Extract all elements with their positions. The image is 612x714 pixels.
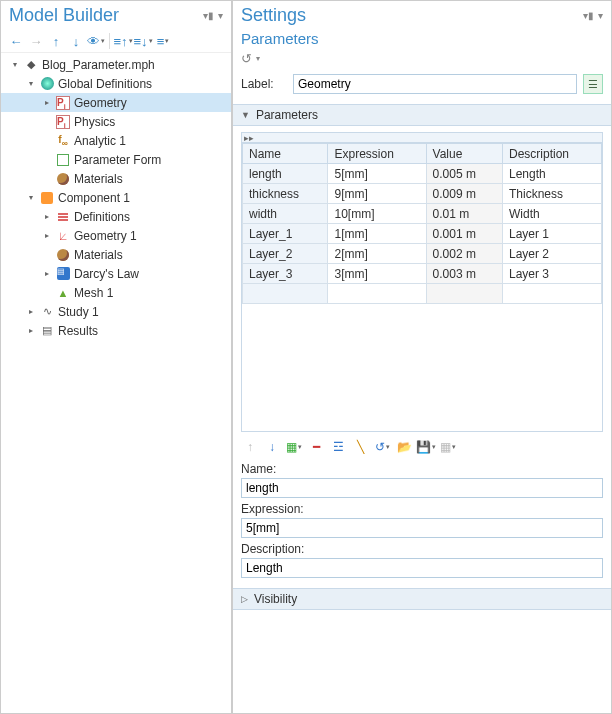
tree-item[interactable]: PiPhysics [1, 112, 231, 131]
cell-expression[interactable]: 3[mm] [328, 264, 426, 284]
cell-description[interactable]: Layer 2 [502, 244, 601, 264]
column-header[interactable]: Value [426, 144, 502, 164]
cell-name[interactable]: width [243, 204, 328, 224]
tree-item[interactable]: ▾Component 1 [1, 188, 231, 207]
expression-input[interactable] [241, 518, 603, 538]
cell-name[interactable]: length [243, 164, 328, 184]
expander-icon[interactable]: ▸ [42, 231, 52, 240]
cell-description[interactable]: Layer 3 [502, 264, 601, 284]
table-row[interactable]: Layer_33[mm]0.003 mLayer 3 [243, 264, 602, 284]
move-down-button[interactable]: ↓ [263, 438, 281, 456]
tree-item-label: Component 1 [58, 191, 130, 205]
delete-button[interactable]: ━ [307, 438, 325, 456]
more-button[interactable]: ▦ [439, 438, 457, 456]
tree-item[interactable]: ▸▤Darcy's Law [1, 264, 231, 283]
brush-button[interactable]: ╲ [351, 438, 369, 456]
cell-name[interactable]: Layer_3 [243, 264, 328, 284]
settings-title: Settings [241, 5, 306, 26]
tree-item-label: Definitions [74, 210, 130, 224]
cell-value: 0.001 m [426, 224, 502, 244]
parameters-section-header[interactable]: ▼ Parameters [233, 104, 611, 126]
label-input[interactable] [293, 74, 577, 94]
table-corner-icon[interactable]: ▸▸ [242, 133, 602, 143]
tree-item[interactable]: ▸PiGeometry [1, 93, 231, 112]
description-input[interactable] [241, 558, 603, 578]
table-row[interactable]: Layer_22[mm]0.002 mLayer 2 [243, 244, 602, 264]
expander-icon[interactable]: ▸ [42, 98, 52, 107]
panel-menu-icon[interactable]: ▾ [218, 10, 223, 21]
cell-name[interactable]: Layer_2 [243, 244, 328, 264]
tree-item[interactable]: ▲Mesh 1 [1, 283, 231, 302]
cell-expression[interactable]: 9[mm] [328, 184, 426, 204]
table-row[interactable]: thickness9[mm]0.009 mThickness [243, 184, 602, 204]
tree-item[interactable]: ▾◆Blog_Parameter.mph [1, 55, 231, 74]
tree-item[interactable]: ▸⟀Geometry 1 [1, 226, 231, 245]
table-row[interactable]: width10[mm]0.01 mWidth [243, 204, 602, 224]
undo-button[interactable]: ↺ [241, 51, 252, 66]
cell-description[interactable]: Thickness [502, 184, 601, 204]
model-builder-toolbar: ← → ↑ ↓ 👁 ≡↑ ≡↓ ≡ [1, 30, 231, 53]
pin-icon[interactable]: ▾▮ [203, 10, 214, 21]
table-row-empty[interactable] [243, 284, 602, 304]
name-field-row: Name: [233, 460, 611, 500]
name-input[interactable] [241, 478, 603, 498]
cell-description[interactable]: Length [502, 164, 601, 184]
expand-button[interactable]: ≡↓ [134, 32, 152, 50]
save-button[interactable]: 💾 [417, 438, 435, 456]
model-tree[interactable]: ▾◆Blog_Parameter.mph▾Global Definitions▸… [1, 53, 231, 713]
tree-item[interactable]: Materials [1, 245, 231, 264]
move-up-button[interactable]: ↑ [241, 438, 259, 456]
cell-expression[interactable]: 10[mm] [328, 204, 426, 224]
mat-icon [55, 247, 71, 263]
cell-description[interactable]: Layer 1 [502, 224, 601, 244]
cell-description[interactable]: Width [502, 204, 601, 224]
open-button[interactable]: 📂 [395, 438, 413, 456]
expander-icon[interactable]: ▾ [26, 193, 36, 202]
column-header[interactable]: Expression [328, 144, 426, 164]
cell-name[interactable]: Layer_1 [243, 224, 328, 244]
cell-value: 0.01 m [426, 204, 502, 224]
tree-item-label: Analytic 1 [74, 134, 126, 148]
name-label: Name: [241, 462, 603, 476]
tree-item[interactable]: Materials [1, 169, 231, 188]
undo-edit-button[interactable]: ↺ [373, 438, 391, 456]
visibility-section-header[interactable]: ▷ Visibility [233, 588, 611, 610]
expander-icon[interactable]: ▸ [42, 269, 52, 278]
pin-icon[interactable]: ▾▮ [583, 10, 594, 21]
expander-icon[interactable]: ▾ [10, 60, 20, 69]
down-button[interactable]: ↓ [67, 32, 85, 50]
collapse-button[interactable]: ≡↑ [114, 32, 132, 50]
expander-icon[interactable]: ▸ [26, 326, 36, 335]
tree-item[interactable]: Parameter Form [1, 150, 231, 169]
clear-button[interactable]: ☲ [329, 438, 347, 456]
cell-expression[interactable]: 1[mm] [328, 224, 426, 244]
tree-item[interactable]: ▸∿Study 1 [1, 302, 231, 321]
tree-item[interactable]: ▸Definitions [1, 207, 231, 226]
tree-item[interactable]: ▸▤Results [1, 321, 231, 340]
tree-item-label: Mesh 1 [74, 286, 113, 300]
cell-expression[interactable]: 5[mm] [328, 164, 426, 184]
pi-icon: Pi [55, 95, 71, 111]
tree-menu-button[interactable]: ≡ [154, 32, 172, 50]
expander-icon[interactable]: ▸ [26, 307, 36, 316]
column-header[interactable]: Description [502, 144, 601, 164]
table-row[interactable]: Layer_11[mm]0.001 mLayer 1 [243, 224, 602, 244]
expander-icon[interactable]: ▸ [42, 212, 52, 221]
panel-window-controls: ▾▮ ▾ [203, 10, 223, 21]
expander-icon[interactable]: ▾ [26, 79, 36, 88]
dropdown-icon[interactable]: ▾ [256, 54, 260, 63]
cell-name[interactable]: thickness [243, 184, 328, 204]
up-button[interactable]: ↑ [47, 32, 65, 50]
table-row[interactable]: length5[mm]0.005 mLength [243, 164, 602, 184]
add-button[interactable]: ▦ [285, 438, 303, 456]
column-header[interactable]: Name [243, 144, 328, 164]
cell-expression[interactable]: 2[mm] [328, 244, 426, 264]
back-button[interactable]: ← [7, 32, 25, 50]
label-goto-button[interactable]: ☰ [583, 74, 603, 94]
tree-item[interactable]: ▾Global Definitions [1, 74, 231, 93]
panel-menu-icon[interactable]: ▾ [598, 10, 603, 21]
show-button[interactable]: 👁 [87, 32, 105, 50]
tree-item[interactable]: f∞Analytic 1 [1, 131, 231, 150]
geom-icon: ⟀ [55, 228, 71, 244]
visibility-section-label: Visibility [254, 592, 297, 606]
